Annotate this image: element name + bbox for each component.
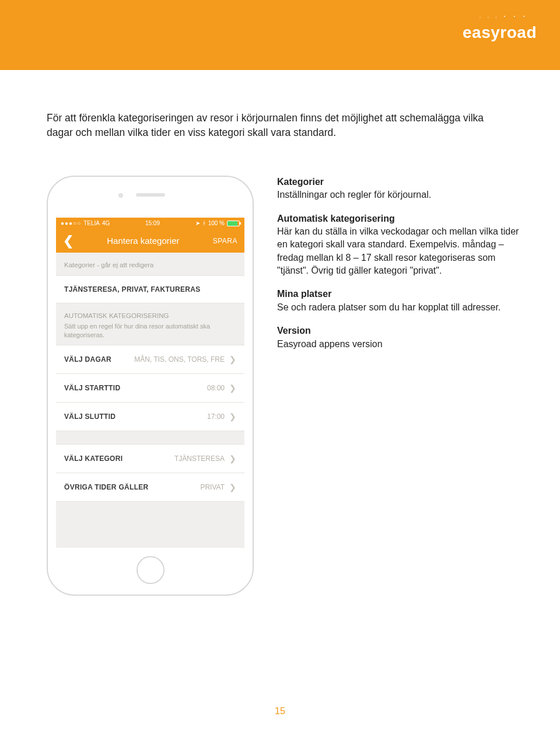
- bluetooth-icon: ᚼ: [202, 220, 206, 226]
- chevron-right-icon: ❯: [229, 355, 236, 364]
- logo-dots-icon: · · · · · ·: [463, 12, 537, 21]
- category-label: VÄLJ KATEGORI: [64, 455, 123, 463]
- def-mina-platser: Mina platser Se och radera platser som d…: [277, 288, 519, 314]
- brand-name: easyroad: [463, 23, 537, 42]
- phone-speaker-icon: [136, 193, 165, 197]
- phone-home-button[interactable]: [136, 556, 164, 584]
- carrier-label: TELIA: [83, 220, 100, 226]
- start-label: VÄLJ STARTTID: [64, 384, 120, 392]
- row-select-endtime[interactable]: VÄLJ SLUTTID 17:00 ❯: [56, 403, 244, 431]
- def-title: Kategorier: [277, 176, 519, 188]
- page-number: 15: [275, 706, 285, 716]
- days-value: MÅN, TIS, ONS, TORS, FRE: [134, 355, 225, 363]
- status-time: 15:09: [145, 220, 160, 226]
- section-auto-title: AUTOMATISK KATEGORISERING: [64, 312, 169, 319]
- page-content: För att förenkla kategoriseringen av res…: [0, 70, 560, 596]
- def-body: Se och radera platser som du har kopplat…: [277, 301, 519, 314]
- back-button[interactable]: ❮: [63, 233, 74, 249]
- row-select-days[interactable]: VÄLJ DAGAR MÅN, TIS, ONS, TORS, FRE ❯: [56, 345, 244, 374]
- start-value: 08:00: [207, 384, 225, 392]
- main-row: ●●●○○ TELIA 4G 15:09 ➤ ᚼ 100 % ❮ Hant: [47, 176, 519, 596]
- intro-paragraph: För att förenkla kategoriseringen av res…: [47, 111, 490, 141]
- categories-value: TJÄNSTERESA, PRIVAT, FAKTURERAS: [64, 285, 201, 293]
- chevron-right-icon: ❯: [229, 483, 236, 492]
- save-button[interactable]: SPARA: [213, 237, 237, 245]
- def-body: Inställningar och regler för körjournal.: [277, 188, 519, 201]
- def-body: Här kan du ställa in vilka veckodagar oc…: [277, 225, 519, 278]
- row-categories-readonly: TJÄNSTERESA, PRIVAT, FAKTURERAS: [56, 275, 244, 303]
- section-label-auto: AUTOMATISK KATEGORISERING Sätt upp en re…: [56, 303, 244, 345]
- end-value: 17:00: [207, 413, 225, 421]
- nav-bar: ❮ Hantera kategorier SPARA: [56, 229, 244, 253]
- chevron-right-icon: ❯: [229, 454, 236, 463]
- signal-icon: ●●●○○: [61, 220, 81, 226]
- phone-mockup: ●●●○○ TELIA 4G 15:09 ➤ ᚼ 100 % ❮ Hant: [47, 176, 254, 596]
- section-auto-sub: Sätt upp en regel för hur dina resor aut…: [64, 322, 236, 340]
- nav-title: Hantera kategorier: [107, 236, 179, 246]
- row-select-starttime[interactable]: VÄLJ STARTTID 08:00 ❯: [56, 374, 244, 403]
- row-other-times[interactable]: ÖVRIGA TIDER GÄLLER PRIVAT ❯: [56, 473, 244, 502]
- other-value: PRIVAT: [200, 483, 225, 491]
- network-label: 4G: [102, 220, 110, 226]
- header-band: · · · · · · easyroad: [0, 0, 560, 70]
- location-icon: ➤: [195, 220, 200, 226]
- brand-logo: · · · · · · easyroad: [463, 12, 537, 42]
- end-label: VÄLJ SLUTTID: [64, 413, 116, 421]
- phone-screen: ●●●○○ TELIA 4G 15:09 ➤ ᚼ 100 % ❮ Hant: [56, 218, 244, 548]
- def-title: Version: [277, 324, 519, 337]
- definitions-column: Kategorier Inställningar och regler för …: [277, 176, 519, 596]
- days-label: VÄLJ DAGAR: [64, 355, 111, 363]
- category-value: TJÄNSTERESA: [174, 455, 225, 463]
- chevron-right-icon: ❯: [229, 412, 236, 421]
- section-label-categories: Kategorier - går ej att redigera: [56, 253, 244, 276]
- def-auto-kategorisering: Automatisk kategorisering Här kan du stä…: [277, 212, 519, 278]
- row-select-category[interactable]: VÄLJ KATEGORI TJÄNSTERESA ❯: [56, 444, 244, 473]
- battery-pct: 100 %: [208, 220, 225, 226]
- phone-camera-icon: [118, 193, 123, 198]
- chevron-right-icon: ❯: [229, 383, 236, 393]
- other-label: ÖVRIGA TIDER GÄLLER: [64, 483, 149, 491]
- status-bar: ●●●○○ TELIA 4G 15:09 ➤ ᚼ 100 %: [56, 218, 244, 229]
- def-body: Easyroad appens version: [277, 338, 519, 351]
- def-title: Mina platser: [277, 288, 519, 300]
- battery-icon: [227, 221, 240, 226]
- status-right: ➤ ᚼ 100 %: [195, 220, 240, 226]
- def-title: Automatisk kategorisering: [277, 212, 519, 225]
- def-version: Version Easyroad appens version: [277, 324, 519, 351]
- status-left: ●●●○○ TELIA 4G: [61, 220, 110, 226]
- spacer: [56, 431, 244, 444]
- def-kategorier: Kategorier Inställningar och regler för …: [277, 176, 519, 202]
